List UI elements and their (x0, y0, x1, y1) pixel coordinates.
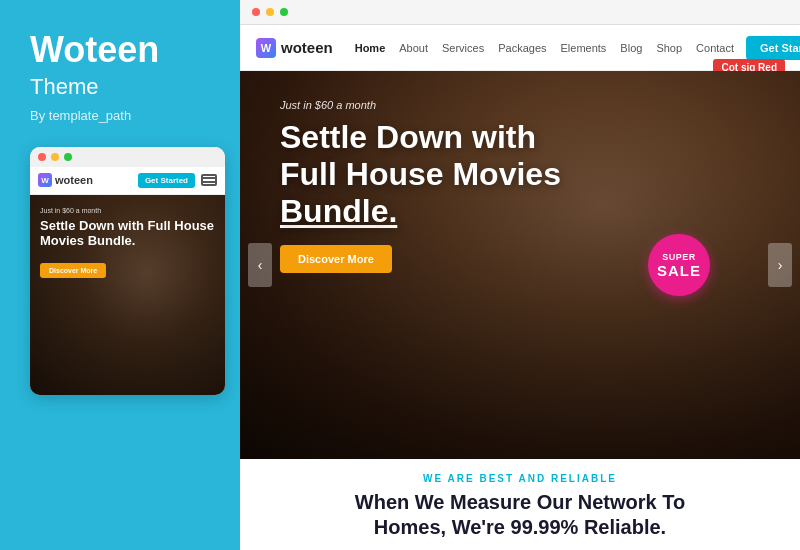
nav-elements[interactable]: Elements (561, 42, 607, 54)
hero-prev-arrow[interactable]: ‹ (248, 243, 272, 287)
bottom-heading: When We Measure Our Network To Homes, We… (260, 490, 780, 540)
mini-hero-sub: Just in $60 a month (40, 207, 215, 214)
theme-author: By template_path (30, 108, 220, 123)
logo-w-icon: W (256, 38, 276, 58)
mini-browser-chrome (30, 147, 225, 167)
theme-subtitle: Theme (30, 74, 220, 100)
hero-sub-text: Just in $60 a month (280, 99, 740, 111)
mini-discover-btn[interactable]: Discover More (40, 263, 106, 278)
nav-shop[interactable]: Shop (656, 42, 682, 54)
nav-blog[interactable]: Blog (620, 42, 642, 54)
hero-title: Settle Down with Full House Movies Bundl… (280, 119, 740, 229)
hero-title-line1: Settle Down with (280, 119, 536, 155)
badge-sale-text: SALE (657, 262, 701, 279)
nav-links: Home About Services Packages Elements Bl… (355, 42, 734, 54)
site-preview: W woteen Home About Services Packages El… (240, 25, 800, 550)
dot-green (64, 153, 72, 161)
mini-logo-icon: W (38, 173, 52, 187)
bottom-heading-line1: When We Measure Our Network To (355, 491, 685, 513)
mini-logo-text: woteen (55, 174, 93, 186)
site-bottom-section: WE ARE BEST AND RELIABLE When We Measure… (240, 459, 800, 550)
browser-dot-green (280, 8, 288, 16)
nav-services[interactable]: Services (442, 42, 484, 54)
mini-hero-title: Settle Down with Full House Movies Bundl… (40, 218, 215, 249)
badge-super-text: SUPER (662, 252, 696, 262)
mini-logo: W woteen (38, 173, 132, 187)
bottom-tagline: WE ARE BEST AND RELIABLE (260, 473, 780, 484)
mini-hamburger-icon[interactable] (201, 174, 217, 187)
mini-nav: W woteen Get Started (30, 167, 225, 195)
browser-dot-red (252, 8, 260, 16)
browser-dot-yellow (266, 8, 274, 16)
nav-home[interactable]: Home (355, 42, 386, 54)
nav-packages[interactable]: Packages (498, 42, 546, 54)
mini-hero: Just in $60 a month Settle Down with Ful… (30, 195, 225, 395)
mini-hero-content: Just in $60 a month Settle Down with Ful… (40, 207, 215, 278)
dot-yellow (51, 153, 59, 161)
theme-title: Woteen (30, 30, 220, 70)
discover-more-btn[interactable]: Discover More (280, 245, 392, 273)
site-logo-text: woteen (281, 39, 333, 56)
site-hero: ‹ › Just in $60 a month Settle Down with… (240, 71, 800, 459)
mini-preview-card: W woteen Get Started Just in $60 a month… (30, 147, 225, 395)
dot-red (38, 153, 46, 161)
hero-title-line3: Bundle. (280, 193, 397, 229)
bottom-heading-line2: Homes, We're 99.99% Reliable. (374, 516, 666, 538)
mini-get-started-btn[interactable]: Get Started (138, 173, 195, 188)
left-panel: Woteen Theme By template_path W woteen G… (0, 0, 240, 550)
nav-contact[interactable]: Contact (696, 42, 734, 54)
hero-next-arrow[interactable]: › (768, 243, 792, 287)
super-sale-badge: SUPER SALE (648, 234, 710, 296)
hero-title-line2: Full House Movies (280, 156, 561, 192)
browser-chrome (240, 0, 800, 25)
right-panel: Cot sig Red W woteen Home About Services… (240, 0, 800, 550)
site-logo: W woteen (256, 38, 333, 58)
nav-about[interactable]: About (399, 42, 428, 54)
nav-get-started-btn[interactable]: Get Started (746, 36, 800, 60)
